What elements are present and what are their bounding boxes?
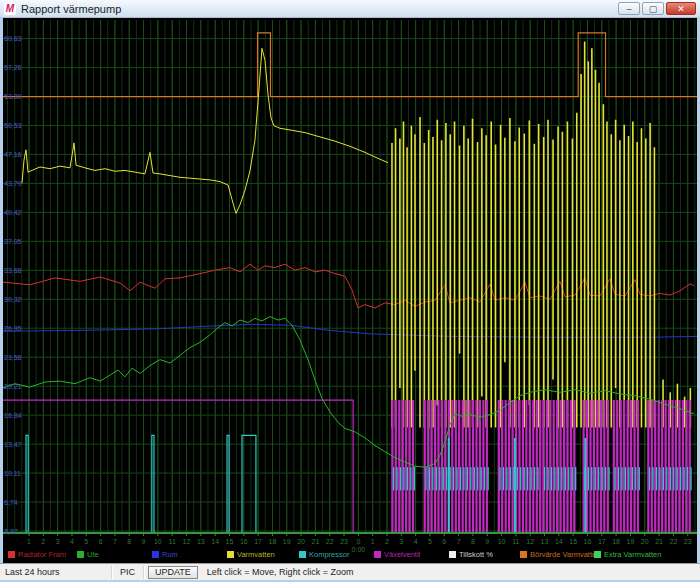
x-tick-label: 2: [41, 538, 45, 545]
x-tick-label: 11: [512, 538, 519, 545]
legend-item: Börvärde Varmvatten: [520, 549, 600, 560]
app-icon: M: [4, 3, 16, 15]
y-tick-label: 3,37: [4, 528, 18, 535]
legend-item: Tillskott %: [449, 549, 493, 560]
x-tick-label: 21: [655, 538, 663, 545]
mouse-hint-label: Left click = Move, Right click = Zoom: [202, 566, 359, 579]
x-tick-label: 10: [154, 538, 162, 545]
x-tick-label: 17: [598, 538, 606, 545]
y-tick-label: 43,79: [4, 180, 22, 187]
legend-swatch: [227, 551, 234, 558]
x-tick-label: 7: [457, 538, 461, 545]
legend-item: Extra Varmvatten: [594, 549, 661, 560]
chart-canvas[interactable]: 1234567891011121314151617181920212223012…: [3, 18, 697, 563]
x-tick-label: 0: [356, 538, 360, 545]
x-tick-label: 14: [211, 538, 219, 545]
x-tick-label: 4: [70, 538, 74, 545]
legend-swatch: [374, 551, 381, 558]
maximize-button[interactable]: ▢: [642, 2, 664, 15]
x-tick-label: 13: [541, 538, 549, 545]
legend-swatch: [299, 551, 306, 558]
x-tick-label: 13: [197, 538, 205, 545]
close-button[interactable]: ✕: [666, 2, 696, 15]
y-tick-label: 40,42: [4, 209, 22, 216]
x-tick-label: 22: [326, 538, 334, 545]
legend-item: Rum: [152, 549, 178, 560]
x-tick-label: 8: [471, 538, 475, 545]
y-tick-label: 23,58: [4, 354, 22, 361]
x-tick-label: 19: [627, 538, 635, 545]
x-tick-label: 11: [169, 538, 176, 545]
legend-item: Växelventil: [374, 549, 420, 560]
y-tick-label: 13,47: [4, 441, 22, 448]
y-tick-label: 10,11: [4, 470, 21, 477]
legend-label: Ute: [87, 550, 99, 559]
x-tick-label: 7: [113, 538, 117, 545]
x-tick-label: 18: [269, 538, 277, 545]
x-tick-label: 16: [240, 538, 248, 545]
legend-label: Växelventil: [384, 550, 420, 559]
x-tick-label: 12: [183, 538, 191, 545]
series-v-xelventil: [3, 400, 691, 533]
y-tick-label: 37,05: [4, 238, 22, 245]
y-tick-label: 26,95: [4, 325, 22, 332]
legend-swatch: [77, 551, 84, 558]
legend-label: Kompressor: [309, 550, 349, 559]
x-tick-label: 1: [27, 538, 31, 545]
x-tick-label: 23: [340, 538, 348, 545]
minimize-button[interactable]: –: [618, 2, 640, 15]
y-tick-label: 33,68: [4, 267, 22, 274]
legend-label: Rum: [162, 550, 178, 559]
x-tick-label: 14: [555, 538, 563, 545]
x-tick-label: 3: [56, 538, 60, 545]
x-tick-label: 9: [485, 538, 489, 545]
legend-label: Tillskott %: [459, 550, 493, 559]
legend-swatch: [449, 551, 456, 558]
y-tick-label: 53,89: [4, 93, 22, 100]
legend-label: Börvärde Varmvatten: [530, 550, 600, 559]
legend-swatch: [8, 551, 15, 558]
legend-label: Extra Varmvatten: [604, 550, 661, 559]
x-tick-label: 15: [569, 538, 577, 545]
y-axis: 60,6357,2653,8950,5347,1643,7940,4237,05…: [4, 35, 22, 534]
y-tick-label: 16,84: [4, 412, 22, 419]
x-tick-label: 3: [399, 538, 403, 545]
x-tick-label: 10: [498, 538, 506, 545]
legend: Radiator FramUteRumVarmvattenKompressorV…: [3, 548, 697, 562]
y-tick-label: 6,74: [4, 499, 18, 506]
x-tick-label: 12: [526, 538, 534, 545]
legend-label: Radiator Fram: [18, 550, 66, 559]
x-tick-label: 21: [312, 538, 320, 545]
app-name-label: PIC: [112, 566, 144, 579]
legend-label: Varmvatten: [237, 550, 275, 559]
x-tick-label: 20: [297, 538, 305, 545]
x-tick-label: 6: [99, 538, 103, 545]
x-tick-label: 6: [442, 538, 446, 545]
legend-item: Kompressor: [299, 549, 349, 560]
y-tick-label: 60,63: [4, 35, 22, 42]
x-tick-label: 9: [142, 538, 146, 545]
y-tick-label: 47,16: [4, 151, 22, 158]
update-button[interactable]: UPDATE: [148, 566, 198, 579]
legend-item: Ute: [77, 549, 99, 560]
x-tick-label: 4: [414, 538, 418, 545]
x-tick-label: 16: [584, 538, 592, 545]
x-tick-label: 22: [670, 538, 678, 545]
window-title: Rapport värmepump: [21, 3, 616, 15]
x-tick-label: 5: [428, 538, 432, 545]
series-b-rv-rde-varmvatten: [3, 33, 697, 97]
x-tick-label: 5: [84, 538, 88, 545]
time-range-label: Last 24 hours: [0, 566, 112, 579]
legend-item: Radiator Fram: [8, 549, 66, 560]
status-bar: Last 24 hours PIC UPDATE Left click = Mo…: [0, 563, 700, 580]
x-tick-label: 15: [226, 538, 234, 545]
legend-swatch: [594, 551, 601, 558]
series-rum: [3, 324, 697, 337]
legend-item: Varmvatten: [227, 549, 275, 560]
x-tick-label: 19: [283, 538, 291, 545]
y-tick-label: 57,26: [4, 64, 22, 71]
x-tick-label: 17: [254, 538, 262, 545]
legend-swatch: [520, 551, 527, 558]
x-tick-label: 2: [385, 538, 389, 545]
y-tick-label: 50,53: [4, 122, 22, 129]
